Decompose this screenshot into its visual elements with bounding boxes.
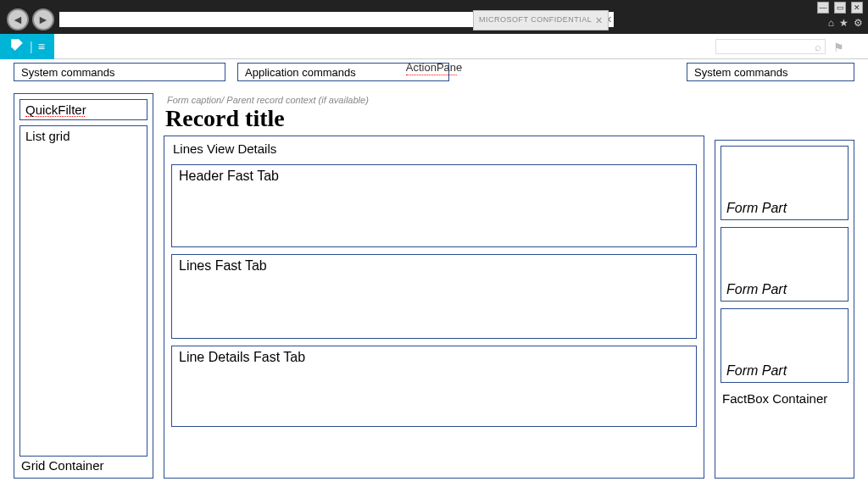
- app-search-input[interactable]: [715, 39, 826, 54]
- factbox-column: Form Part Form Part Form Part FactBox Co…: [715, 140, 854, 479]
- dynamics-logo-icon: [9, 37, 25, 55]
- tab-label: MICROSOFT CONFIDENTIAL: [479, 15, 592, 24]
- list-grid[interactable]: List grid: [19, 125, 147, 457]
- divider: |: [30, 40, 33, 53]
- grid-container: QuickFilter List grid Grid Container: [14, 93, 153, 479]
- form-part-2[interactable]: Form Part: [721, 227, 849, 302]
- form-caption: Form caption/ Parent record context (if …: [164, 93, 704, 105]
- lines-fast-tab[interactable]: Lines Fast Tab: [171, 254, 697, 339]
- back-button[interactable]: ◄: [7, 8, 29, 30]
- record-title: Record title: [164, 105, 704, 136]
- form-part-3[interactable]: Form Part: [721, 308, 849, 383]
- system-commands-right[interactable]: System commands: [687, 63, 854, 81]
- gear-icon[interactable]: ⚙: [854, 17, 863, 29]
- search-icon[interactable]: ⌕: [815, 41, 821, 53]
- action-pane: System commands Application commands Act…: [0, 59, 868, 85]
- window-close-button[interactable]: ✕: [851, 2, 863, 14]
- browser-chrome: — ▭ ✕ ◄ ► ⌕ ▾ ↻ ✕ MICROSOFT CONFIDENTIAL…: [0, 0, 868, 34]
- tab-close-icon[interactable]: ✕: [595, 15, 604, 26]
- factbox-container-label: FactBox Container: [721, 390, 849, 406]
- line-details-fast-tab[interactable]: Line Details Fast Tab: [171, 346, 697, 427]
- home-icon[interactable]: ⌂: [828, 17, 834, 29]
- factbox-container: Form Part Form Part Form Part FactBox Co…: [715, 140, 854, 479]
- window-maximize-button[interactable]: ▭: [834, 2, 846, 14]
- favorite-icon[interactable]: ★: [839, 17, 849, 29]
- arrow-right-icon: ►: [37, 13, 49, 26]
- lines-view-details-container: Lines View Details Header Fast Tab Lines…: [164, 136, 704, 479]
- nav-buttons: ◄ ►: [7, 8, 54, 30]
- browser-tab[interactable]: MICROSOFT CONFIDENTIAL ✕: [473, 10, 609, 30]
- action-pane-label: ActionPane: [406, 61, 463, 75]
- system-commands-left[interactable]: System commands: [14, 63, 225, 81]
- hamburger-icon[interactable]: ≡: [38, 40, 45, 53]
- app-topbar: | ≡ ⌕ ⚑: [0, 34, 868, 59]
- details-column: Form caption/ Parent record context (if …: [164, 93, 704, 479]
- grid-container-label: Grid Container: [19, 457, 147, 473]
- form-part-1[interactable]: Form Part: [721, 146, 849, 220]
- flag-icon[interactable]: ⚑: [833, 41, 844, 54]
- chrome-status-icons: ⌂ ★ ⚙: [828, 17, 863, 29]
- app-logo-block[interactable]: | ≡: [0, 34, 54, 59]
- header-fast-tab[interactable]: Header Fast Tab: [171, 164, 697, 247]
- main-area: QuickFilter List grid Grid Container For…: [0, 85, 868, 487]
- window-controls: — ▭ ✕: [817, 2, 863, 14]
- quickfilter-input[interactable]: QuickFilter: [19, 99, 147, 120]
- details-label: Lines View Details: [171, 140, 697, 158]
- window-minimize-button[interactable]: —: [817, 2, 829, 14]
- arrow-left-icon: ◄: [12, 13, 24, 26]
- forward-button[interactable]: ►: [32, 8, 54, 30]
